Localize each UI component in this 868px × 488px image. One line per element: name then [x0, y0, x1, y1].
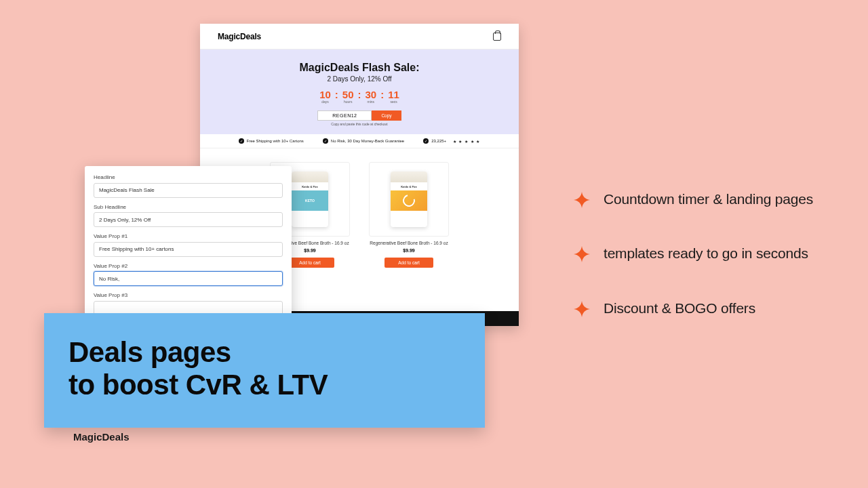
product-card[interactable]: Kettle & Fire Regenerative Beef Bone Bro…: [369, 162, 449, 268]
countdown-timer: 10days : 50hours : 30mins : 11secs: [207, 89, 512, 104]
feature-item: Discount & BOGO offers: [574, 299, 831, 318]
sparkle-icon: [574, 301, 590, 317]
promo-hint: Copy and paste this code at checkout: [207, 122, 512, 126]
feature-list: Countdown timer & landing pages template…: [574, 190, 831, 318]
timer-secs-value: 11: [388, 89, 399, 100]
sparkle-icon: [574, 192, 590, 208]
timer-hours-value: 50: [342, 89, 354, 100]
editor-panel: Headline Sub Headline Value Prop #1 Valu…: [85, 166, 292, 323]
subheadline-field-label: Sub Headline: [94, 204, 283, 210]
promo-code-value[interactable]: REGEN12: [317, 110, 372, 121]
feature-item: templates ready to go in seconds: [574, 244, 831, 263]
valueprop2-field-label: Value Prop #2: [94, 263, 283, 269]
cart-icon[interactable]: [493, 33, 501, 41]
benefit-guarantee: ✓No Risk, 30 Day Money-Back Guarantee: [323, 138, 404, 144]
product-price: $9.99: [369, 248, 449, 253]
valueprop1-input[interactable]: [94, 242, 283, 257]
promo-code-row: REGEN12 Copy: [207, 110, 512, 121]
preview-topbar: MagicDeals: [200, 24, 519, 49]
slogan-line2: to boost CvR & LTV: [68, 369, 460, 401]
product-name: Regenerative Beef Bone Broth - 16.9 oz: [369, 241, 449, 246]
preview-brand: MagicDeals: [218, 32, 261, 41]
timer-mins-value: 30: [366, 89, 377, 100]
headline-field-label: Headline: [94, 174, 283, 180]
valueprop2-input[interactable]: [94, 271, 283, 286]
valueprop1-field-label: Value Prop #1: [94, 233, 283, 239]
timer-days-value: 10: [319, 89, 331, 100]
timer-hours-label: hours: [342, 100, 354, 104]
check-icon: ✓: [423, 138, 429, 144]
feature-text: templates ready to go in seconds: [604, 244, 808, 263]
add-to-cart-button[interactable]: Add to cart: [285, 258, 334, 268]
feature-item: Countdown timer & landing pages: [574, 190, 831, 209]
headline-input[interactable]: [94, 183, 283, 198]
feature-text: Countdown timer & landing pages: [604, 190, 813, 209]
product-image: Kettle & Fire: [369, 162, 449, 237]
carton-icon: Kettle & Fire: [391, 171, 427, 227]
hero-headline: MagicDeals Flash Sale:: [207, 62, 512, 74]
swirl-icon: [401, 192, 418, 209]
check-icon: ✓: [323, 138, 328, 144]
benefit-shipping: ✓Free Shipping with 10+ Cartons: [239, 138, 304, 144]
carton-icon: Kettle & Fire KETO: [292, 171, 328, 227]
check-icon: ✓: [239, 138, 244, 144]
hero-subheadline: 2 Days Only, 12% Off: [207, 75, 512, 83]
benefit-reviews: ✓23,225+ ★ ★ ★ ★ ★: [423, 138, 480, 144]
subheadline-input[interactable]: [94, 212, 283, 227]
sparkle-icon: [574, 246, 590, 262]
brand-footer-label: MagicDeals: [73, 431, 130, 443]
hero-section: MagicDeals Flash Sale: 2 Days Only, 12% …: [200, 49, 519, 134]
benefits-row: ✓Free Shipping with 10+ Cartons ✓No Risk…: [200, 134, 519, 148]
feature-text: Discount & BOGO offers: [604, 299, 755, 318]
copy-code-button[interactable]: Copy: [372, 110, 401, 121]
slogan-line1: Deals pages: [68, 336, 460, 369]
valueprop3-field-label: Value Prop #3: [94, 292, 283, 298]
slogan-card: Deals pages to boost CvR & LTV: [44, 313, 485, 428]
add-to-cart-button[interactable]: Add to cart: [384, 258, 433, 268]
